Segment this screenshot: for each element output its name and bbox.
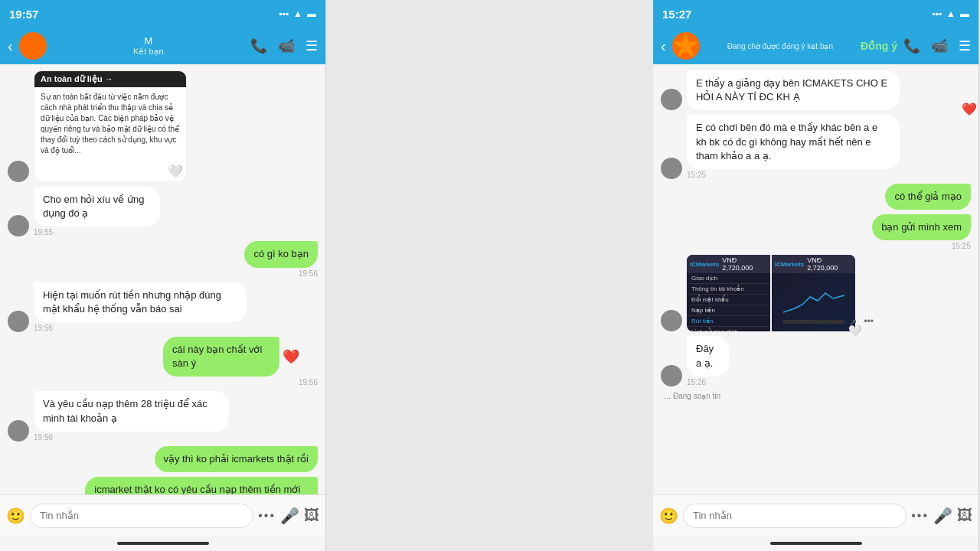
contact-name-1: M — [144, 35, 152, 47]
msg-p2-time-2: 15:25 — [687, 171, 971, 179]
msg-p2-bubble-5: Đây a ạ. — [687, 336, 729, 376]
ss-menu-3: Đổi mật khẩu — [687, 295, 770, 305]
heart-reaction-1: ❤️ — [283, 348, 299, 365]
card-body: Sự an toàn bắt đầu từ việc nắm được cách… — [34, 87, 186, 161]
status-icons-2: ▪▪▪ ▲ ▬ — [932, 8, 969, 19]
msg-time-5: 19:56 — [34, 433, 293, 442]
msg-bubble-4: cái này bạn chất với sàn ý — [163, 337, 279, 377]
msg-row-5: Và yêu cầu nạp thêm 28 triệu để xác minh… — [8, 391, 318, 441]
msg-time-1: 19:55 — [34, 228, 201, 236]
emoji-button-1[interactable]: 🙂 — [6, 507, 25, 525]
heart-reaction-p2-1: ❤️ — [962, 102, 977, 116]
signal-icon-2: ▪▪▪ — [932, 8, 942, 19]
sender-avatar-p2-4 — [661, 365, 682, 386]
status-time-2: 15:27 — [662, 8, 691, 21]
video-icon-2[interactable]: 📹 — [931, 37, 948, 54]
msg-bubble-3: Hiện tại muốn rút tiền nhưng nhập đúng m… — [34, 282, 247, 322]
ss-logo-r: ICMarkets — [775, 261, 804, 268]
accept-button[interactable]: Đồng ý — [861, 40, 897, 52]
battery-icon: ▬ — [307, 8, 316, 19]
msg-p2-row-2: E có chơi bên đó mà e thấy khác bên a e … — [661, 115, 971, 179]
sender-avatar-p2-1 — [661, 89, 682, 110]
sender-avatar-p2-3 — [661, 310, 682, 331]
ss-amount-r: VNĐ 2,720,000 — [807, 256, 852, 272]
avatar-1 — [19, 32, 47, 60]
ss-menu-1: Giao dịch — [687, 273, 770, 284]
msg-time-2: 19:56 — [299, 269, 318, 278]
back-button-1[interactable]: ‹ — [8, 37, 13, 55]
wifi-icon-2: ▲ — [946, 8, 956, 19]
emoji-button-2[interactable]: 🙂 — [659, 507, 678, 525]
home-bar-1 — [0, 536, 325, 551]
wifi-icon: ▲ — [293, 8, 302, 19]
card-bubble-msg: An toàn dữ liệu → Sự an toàn bắt đầu từ … — [34, 70, 187, 182]
home-bar-2 — [653, 536, 978, 551]
sender-avatar-1 — [8, 215, 29, 236]
sender-avatar-3 — [8, 420, 29, 442]
messages-area-1: An toàn dữ liệu → Sự an toàn bắt đầu từ … — [0, 64, 325, 494]
msg-time-4: 19:56 — [299, 378, 318, 386]
status-bar-1: 19:57 ▪▪▪ ▲ ▬ — [0, 0, 325, 28]
ss-menu-4: Nạp tiền — [687, 305, 770, 316]
ss-menu-5: Rút tiền — [687, 316, 770, 327]
ss-logo: ICMarkets — [690, 261, 719, 268]
msg-row-7: icmarket thật ko có yêu cầu nạp thêm tiề… — [8, 477, 318, 494]
status-time-1: 19:57 — [9, 8, 38, 21]
typing-indicator-2: ... Đang soạn tin — [661, 391, 971, 402]
more-button-2[interactable]: ••• — [911, 509, 929, 523]
msg-p2-bubble-2: E có chơi bên đó mà e thấy khác bên a e … — [687, 115, 900, 169]
phone-icon-1[interactable]: 📞 — [250, 37, 267, 54]
more-icon-screenshot[interactable]: ••• — [864, 316, 874, 328]
nav-title-2: Đang chờ được đồng ý kết bạn — [706, 42, 854, 51]
card-title: An toàn dữ liệu → — [34, 71, 186, 87]
msg-row-6: vậy thì ko phải icmarkets thật rồi — [8, 446, 318, 472]
msg-row-1: Cho em hỏi xíu về ứng dụng đó ạ 19:55 — [8, 187, 318, 236]
sender-avatar-p2-2 — [661, 158, 682, 179]
back-button-2[interactable]: ‹ — [661, 37, 666, 55]
menu-icon-2[interactable]: ☰ — [959, 37, 971, 54]
image-button-2[interactable]: 🖼 — [957, 507, 972, 524]
msg-p2-time-5: 15:26 — [687, 378, 743, 386]
phone-screen-2: 15:27 ▪▪▪ ▲ ▬ ‹ Đang chờ được đồng ý kết… — [653, 0, 979, 551]
image-button-1[interactable]: 🖼 — [304, 507, 319, 524]
menu-icon-1[interactable]: ☰ — [305, 37, 318, 54]
heart-screenshot: 🤍 — [848, 324, 861, 337]
phone-screen-1: 19:57 ▪▪▪ ▲ ▬ ‹ M Kết bạn 📞 📹 ☰ An toàn … — [0, 0, 326, 551]
msg-p2-row-5: Đây a ạ. 15:26 — [661, 336, 971, 386]
mic-button-2[interactable]: 🎤 — [933, 507, 952, 525]
nav-actions-2: 📞 📹 ☰ — [903, 37, 971, 54]
screenshot-grid: ICMarkets VNĐ 2,720,000 Giao dịch Thông … — [687, 255, 855, 331]
more-button-1[interactable]: ••• — [258, 509, 276, 523]
chart-svg — [783, 282, 844, 324]
ss-menu-6: Lịch sử giao dịch — [687, 327, 770, 331]
msg-bubble-1: Cho em hỏi xíu về ứng dụng đó ạ — [34, 187, 160, 227]
msg-bubble-2: có gì ko bạn — [244, 241, 318, 267]
bottom-bar-2: 🙂 ••• 🎤 🖼 — [653, 494, 978, 536]
nav-bar-2: ‹ Đang chờ được đồng ý kết bạn Đồng ý 📞 … — [653, 28, 978, 64]
ss-menu-2: Thông tin tài khoản — [687, 284, 770, 295]
msg-p2-bubble-1: E thấy a giảng dạy bên ICMAKETS CHO E HỎ… — [687, 70, 900, 110]
home-bar-indicator-1 — [117, 542, 209, 545]
signal-icon: ▪▪▪ — [279, 8, 289, 19]
message-input-2[interactable] — [683, 504, 906, 528]
msg-p2-bubble-4: bạn gửi mình xem — [872, 214, 971, 240]
msg-bubble-7: icmarket thật ko có yêu cầu nạp thêm tiề… — [85, 477, 318, 494]
ss-panel-left: ICMarkets VNĐ 2,720,000 Giao dịch Thông … — [687, 255, 770, 331]
msg-row-2: có gì ko bạn 19:56 — [8, 241, 318, 277]
ss-header-right: ICMarkets VNĐ 2,720,000 — [772, 255, 855, 273]
mic-button-1[interactable]: 🎤 — [280, 507, 299, 525]
nav-subtitle-2: Đang chờ được đồng ý kết bạn — [727, 42, 833, 51]
msg-p2-row-3: có thể giả mạo — [661, 184, 971, 210]
status-icons-1: ▪▪▪ ▲ ▬ — [279, 8, 316, 19]
battery-icon-2: ▬ — [960, 8, 969, 19]
msg-row-3: Hiện tại muốn rút tiền nhưng nhập đúng m… — [8, 282, 318, 332]
home-bar-indicator-2 — [770, 542, 862, 545]
msg-p2-time-4: 15:25 — [952, 242, 971, 250]
ss-amount: VNĐ 2,720,000 — [722, 256, 767, 272]
msg-p2-row-screenshot: ICMarkets VNĐ 2,720,000 Giao dịch Thông … — [661, 255, 971, 331]
msg-p2-row-4: bạn gửi mình xem 15:25 — [661, 214, 971, 250]
video-icon-1[interactable]: 📹 — [278, 37, 295, 54]
message-input-1[interactable] — [30, 504, 253, 528]
phone-icon-2[interactable]: 📞 — [903, 37, 920, 54]
svg-rect-0 — [783, 320, 844, 324]
